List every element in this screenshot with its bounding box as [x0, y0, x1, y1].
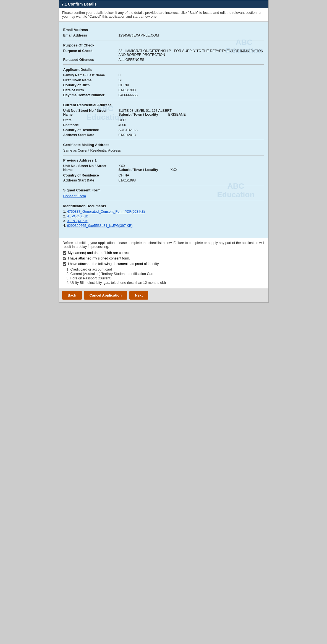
address-start-value: 01/01/2013	[119, 133, 264, 137]
cancel-button[interactable]: Cancel Application	[84, 291, 127, 300]
identification-section: Identification Documents 1. 4750837_Gene…	[63, 204, 264, 228]
suburb-value: BRISBANE	[168, 113, 186, 116]
postcode-row: Postcode 4000	[63, 123, 264, 127]
purpose-section-title: Purpose Of Check	[63, 43, 264, 47]
mailing-address-title: Certificate Mailing Address	[63, 143, 264, 147]
mailing-address-section: Certificate Mailing Address Same as Curr…	[63, 143, 264, 152]
first-name-label: First Given Name	[63, 78, 119, 82]
prev-country-value: CHINA	[119, 173, 264, 177]
previous-address-title: Previous Address 1	[63, 158, 264, 162]
released-label: Released Offences	[63, 58, 119, 62]
contact-row: Daytime Contact Number 0466666666	[63, 93, 264, 97]
intro-text: Please confirm your details below. If an…	[62, 11, 262, 19]
state-row: State QLD	[63, 118, 264, 122]
page-title: 7.1 Confirm Details	[62, 2, 97, 6]
email-row: Email Address 123456@EXAMPLE.COM	[63, 33, 264, 37]
country-birth-row: Country of Birth CHINA	[63, 83, 264, 87]
divider-2	[63, 64, 264, 65]
family-name-value: LI	[119, 73, 264, 77]
released-row: Released Offences ALL OFFENCES	[63, 58, 264, 62]
checkbox-1[interactable]	[63, 251, 66, 255]
released-value: ALL OFFENCES	[119, 58, 264, 62]
check-label-2: I have attached my signed consent form.	[68, 256, 130, 260]
prev-street-label: Unit No / Street No / Street Name	[63, 164, 119, 172]
footer-buttons: Back Cancel Application Next	[59, 288, 268, 302]
divider-3	[63, 100, 264, 100]
prev-suburb-value: XXX	[171, 168, 177, 172]
street-row: Unit No / Street No / Street Name SUITE …	[63, 109, 264, 117]
first-name-row: First Given Name SI	[63, 78, 264, 82]
previous-address-section: Previous Address 1 Unit No / Street No /…	[63, 158, 264, 182]
suburb-label: Suburb / Town / Locality	[119, 113, 168, 116]
purpose-value: 33 - IMMIGRATION/CITIZENSHIP - FOR SUPPL…	[119, 49, 264, 57]
state-value: QLD	[119, 118, 264, 122]
divider-7	[63, 201, 264, 201]
suburb-row: Suburb / Town / Locality BRISBANE	[119, 113, 264, 116]
main-content: ABCEducation ABCEducation ABCEducation A…	[59, 22, 268, 238]
street-value: SUITE 08,LEVEL 01, 167 ALBERT Suburb / T…	[119, 109, 264, 117]
divider-5	[63, 155, 264, 155]
purpose-row: Purpose of Check 33 - IMMIGRATION/CITIZE…	[63, 49, 264, 57]
consent-link[interactable]: Consent Form	[63, 194, 86, 198]
check-item-2: I have attached my signed consent form.	[63, 256, 265, 260]
first-name-value: SI	[119, 78, 264, 82]
doc-link-2[interactable]: 4.JPG(40 KB)	[67, 214, 88, 218]
list-item: Credit card or account card	[70, 268, 265, 271]
email-label: Email Address	[63, 33, 119, 37]
check-item-3: I have attached the following documents …	[63, 262, 265, 266]
family-name-label: Family Name / Last Name	[63, 73, 119, 77]
check-label-3: I have attached the following documents …	[68, 262, 159, 266]
email-section-title: Email Address	[63, 28, 264, 32]
contact-label: Daytime Contact Number	[63, 93, 119, 97]
prev-start-row: Address Start Date 01/01/1998	[63, 178, 264, 182]
prev-start-label: Address Start Date	[63, 178, 119, 182]
country-residence-value: AUSTRALIA	[119, 128, 264, 132]
doc-link-4[interactable]: 6290329665_0ae5538a31_b.JPG(397 KB)	[67, 224, 132, 228]
state-label: State	[63, 118, 119, 122]
intro-section: Please confirm your details below. If an…	[59, 8, 268, 22]
page-container: 7.1 Confirm Details Please confirm your …	[59, 0, 269, 303]
consent-title: Signed Consent Form	[63, 188, 264, 192]
checkbox-2[interactable]	[63, 257, 66, 260]
document-list: 1. 4750837_Generated_Consent_Form.PDF(60…	[63, 210, 264, 228]
applicant-section: Applicant Details Family Name / Last Nam…	[63, 67, 264, 97]
sub-checklist: Credit card or account card Current (Aus…	[70, 268, 265, 285]
purpose-label: Purpose of Check	[63, 49, 119, 53]
list-item: 3. 3.JPG(41 KB)	[63, 219, 264, 223]
prev-suburb-label: Suburb / Town / Locality	[119, 168, 168, 172]
checklist-intro: Before submitting your application, plea…	[63, 241, 265, 249]
dob-label: Date of Birth	[63, 88, 119, 92]
checkbox-3[interactable]	[63, 262, 66, 266]
check-item-1: My name(s) and date of birth are correct…	[63, 251, 265, 255]
next-button[interactable]: Next	[129, 291, 148, 300]
country-birth-label: Country of Birth	[63, 83, 119, 87]
consent-section: Signed Consent Form Consent Form	[63, 188, 264, 198]
purpose-section: Purpose Of Check Purpose of Check 33 - I…	[63, 43, 264, 62]
prev-street-row: Unit No / Street No / Street Name XXX Su…	[63, 164, 264, 172]
prev-country-label: Country of Residence	[63, 173, 119, 177]
current-address-section: Current Residential Address Unit No / St…	[63, 103, 264, 137]
back-button[interactable]: Back	[62, 291, 82, 300]
list-item: Current (Australian) Tertiary Student Id…	[70, 272, 265, 276]
list-item: 4. 6290329665_0ae5538a31_b.JPG(397 KB)	[63, 224, 264, 228]
list-item: Foreign Passport (Current)	[70, 276, 265, 280]
country-residence-row: Country of Residence AUSTRALIA	[63, 128, 264, 132]
divider-1	[63, 40, 264, 40]
email-value: 123456@EXAMPLE.COM	[119, 33, 264, 37]
doc-link-3[interactable]: 3.JPG(41 KB)	[67, 219, 88, 223]
checklist-section: Before submitting your application, plea…	[59, 238, 268, 288]
dob-value: 01/01/1998	[119, 88, 264, 92]
doc-link-1[interactable]: 4750837_Generated_Consent_Form.PDF(608 K…	[67, 210, 145, 214]
postcode-value: 4000	[119, 123, 264, 127]
divider-6	[63, 185, 264, 185]
dob-row: Date of Birth 01/01/1998	[63, 88, 264, 92]
postcode-label: Postcode	[63, 123, 119, 127]
divider-4	[63, 140, 264, 140]
prev-street-value: XXX Suburb / Town / Locality XXX	[119, 164, 264, 172]
prev-country-row: Country of Residence CHINA	[63, 173, 264, 177]
page-header: 7.1 Confirm Details	[59, 0, 268, 8]
prev-suburb-row: Suburb / Town / Locality XXX	[119, 168, 264, 172]
address-start-label: Address Start Date	[63, 133, 119, 137]
country-birth-value: CHINA	[119, 83, 264, 87]
mailing-same-as: Same as Current Residential Address	[63, 149, 264, 152]
